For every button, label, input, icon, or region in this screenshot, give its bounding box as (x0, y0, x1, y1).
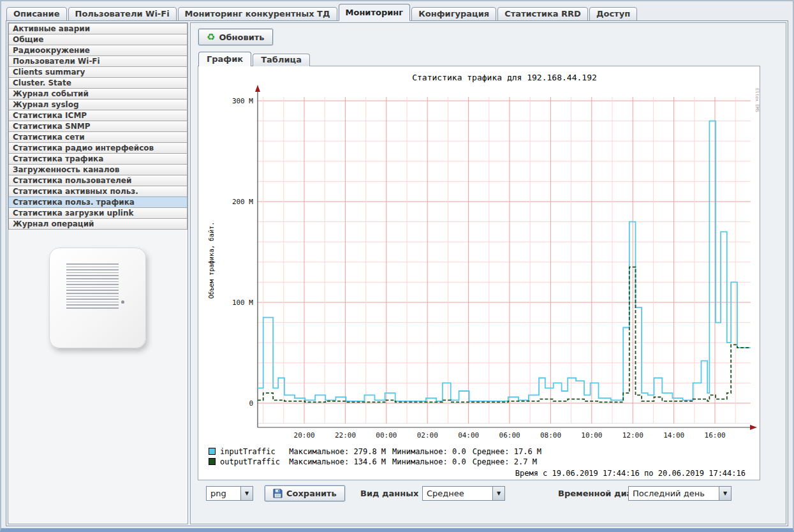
tab-rrd-statistics[interactable]: Статистика RRD (497, 7, 588, 21)
tab-competitor-ap-monitoring[interactable]: Мониторинг конкурентных ТД (178, 7, 337, 21)
format-select[interactable]: png ▼ (206, 486, 253, 501)
svg-text:100 M: 100 M (232, 299, 253, 307)
legend-row-input: inputTrafficМаксимальное: 279.8 MМинимал… (209, 447, 548, 457)
traffic-chart-panel: 0100 M200 M300 M20:0022:0000:0002:0004:0… (198, 66, 760, 480)
top-tab-bar: Описание Пользователи Wi-Fi Мониторинг к… (6, 4, 637, 21)
svg-text:22:00: 22:00 (335, 431, 356, 440)
sidebar-item[interactable]: Журнал событий (8, 88, 187, 100)
format-select-value: png (207, 487, 240, 500)
device-led (121, 300, 124, 304)
legend-row-output: outputTrafficМаксимальное: 134.6 MМинима… (209, 457, 548, 468)
svg-text:06:00: 06:00 (499, 431, 520, 440)
series-name: outputTraffic (220, 457, 289, 467)
sidebar-item[interactable]: Cluster. State (8, 77, 187, 89)
view-tab-bar: График Таблица (198, 52, 310, 66)
svg-text:Eltex EMS: Eltex EMS (754, 88, 760, 112)
sidebar-item[interactable]: Статистика радио интерфейсов (8, 142, 187, 154)
sidebar-item[interactable]: Статистика загрузки uplink (8, 207, 187, 219)
sidebar-item-user-traffic-stats[interactable]: Статистика польз. трафика (8, 196, 187, 208)
sidebar-item[interactable]: Статистика ICMP (8, 110, 187, 121)
chart-legend: inputTrafficМаксимальное: 279.8 MМинимал… (209, 447, 548, 468)
save-button-label: Сохранить (286, 489, 337, 498)
sidebar-item[interactable]: Статистика трафика (8, 153, 187, 165)
sidebar-item[interactable]: Пользователи Wi-Fi (8, 55, 187, 67)
svg-text:12:00: 12:00 (622, 431, 643, 440)
tab-access[interactable]: Доступ (589, 7, 637, 21)
output-traffic-swatch (209, 458, 216, 465)
monitoring-sidebar: Активные аварии Общие Радиоокружение Пол… (8, 22, 188, 524)
svg-text:20:00: 20:00 (294, 431, 315, 440)
svg-text:16:00: 16:00 (705, 431, 726, 440)
access-point-photo (49, 248, 146, 348)
chevron-down-icon: ▼ (719, 487, 731, 500)
save-button[interactable]: Сохранить (265, 485, 345, 501)
svg-text:200 M: 200 M (232, 198, 253, 206)
svg-text:08:00: 08:00 (540, 431, 561, 440)
sidebar-item[interactable]: Радиоокружение (8, 45, 187, 56)
refresh-button-label: Обновить (219, 33, 264, 42)
legend-min: Минимальное: 0.0 (392, 457, 466, 466)
svg-text:14:00: 14:00 (663, 431, 684, 440)
time-range-select-value: Последний день (629, 487, 719, 500)
sidebar-item[interactable]: Журнал syslog (8, 99, 187, 110)
tab-configuration[interactable]: Конфигурация (411, 7, 496, 21)
svg-text:0: 0 (249, 399, 253, 408)
chevron-down-icon: ▼ (240, 487, 253, 500)
sidebar-item[interactable]: Статистика SNMP (8, 121, 187, 132)
refresh-button[interactable]: ♻ Обновить (198, 29, 273, 45)
legend-avg: Среднее: 17.6 M (473, 447, 541, 456)
svg-text:300 M: 300 M (232, 97, 253, 105)
time-range-select[interactable]: Последний день ▼ (628, 486, 732, 501)
time-range-caption: Время с 19.06.2019 17:44:16 по 20.06.201… (515, 469, 746, 478)
legend-avg: Среднее: 2.7 M (473, 457, 537, 466)
sidebar-item[interactable]: Статистика активных польз. (8, 186, 187, 197)
sidebar-item[interactable]: Общие (8, 34, 187, 45)
sidebar-item[interactable]: Clients summary (8, 66, 187, 78)
sidebar-item[interactable]: Статистика пользователей (8, 175, 187, 186)
series-name: inputTraffic (220, 447, 289, 457)
chevron-down-icon: ▼ (492, 487, 504, 500)
svg-text:Объем трафика, байт.: Объем трафика, байт. (208, 222, 215, 299)
sidebar-item[interactable]: Активные аварии (8, 23, 187, 34)
sidebar-item[interactable]: Статистика сети (8, 131, 187, 143)
save-icon (273, 489, 283, 498)
data-kind-label: Вид данных (360, 486, 418, 501)
sidebar-item[interactable]: Загруженность каналов (8, 164, 187, 175)
tab-description[interactable]: Описание (6, 7, 67, 21)
sidebar-item[interactable]: Журнал операций (8, 218, 187, 230)
svg-text:Статистика трафика для 192.168: Статистика трафика для 192.168.44.192 (412, 73, 597, 82)
svg-text:02:00: 02:00 (417, 431, 438, 440)
legend-max: Максимальное: 279.8 M (289, 447, 386, 456)
tab-monitoring[interactable]: Мониторинг (339, 4, 411, 21)
traffic-chart: 0100 M200 M300 M20:0022:0000:0002:0004:0… (198, 66, 760, 445)
tab-graph[interactable]: График (198, 52, 251, 66)
legend-max: Максимальное: 134.6 M (289, 457, 386, 466)
app-window: Описание Пользователи Wi-Fi Мониторинг к… (0, 0, 794, 532)
input-traffic-swatch (209, 448, 216, 455)
tab-wifi-users[interactable]: Пользователи Wi-Fi (68, 7, 177, 21)
svg-text:04:00: 04:00 (458, 431, 479, 440)
data-kind-select[interactable]: Среднее ▼ (422, 486, 505, 501)
svg-text:10:00: 10:00 (581, 431, 602, 440)
tab-table[interactable]: Таблица (253, 54, 310, 66)
svg-text:00:00: 00:00 (376, 431, 397, 440)
refresh-icon: ♻ (207, 33, 215, 42)
main-panel: ♻ Обновить График Таблица 0100 M200 M300… (190, 22, 786, 524)
data-kind-select-value: Среднее (423, 487, 492, 500)
legend-min: Минимальное: 0.0 (392, 447, 466, 456)
monitoring-tab-content: Активные аварии Общие Радиоокружение Пол… (6, 20, 788, 526)
device-grille (66, 263, 119, 309)
